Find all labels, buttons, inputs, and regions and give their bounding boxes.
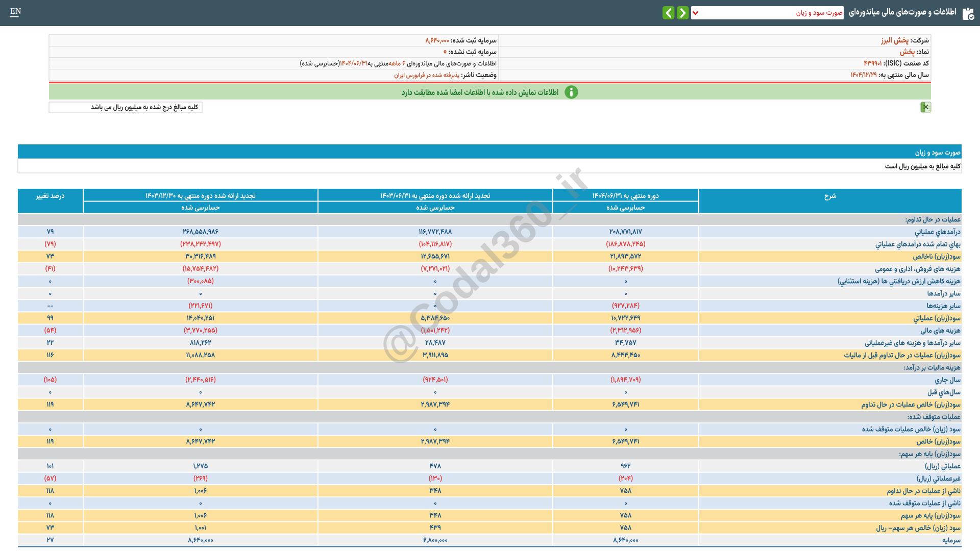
svg-text:EN: EN bbox=[10, 7, 21, 15]
